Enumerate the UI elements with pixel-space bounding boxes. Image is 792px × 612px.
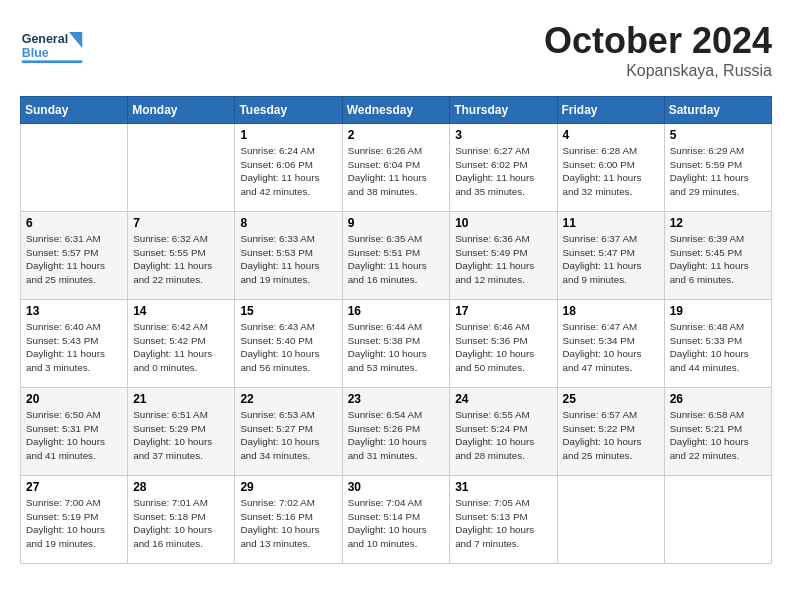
day-number: 9	[348, 216, 445, 230]
logo: General Blue	[20, 20, 100, 75]
day-info: Sunrise: 6:27 AM Sunset: 6:02 PM Dayligh…	[455, 144, 551, 199]
day-info: Sunrise: 6:39 AM Sunset: 5:45 PM Dayligh…	[670, 232, 766, 287]
day-info: Sunrise: 7:05 AM Sunset: 5:13 PM Dayligh…	[455, 496, 551, 551]
calendar-week-3: 13Sunrise: 6:40 AM Sunset: 5:43 PM Dayli…	[21, 300, 772, 388]
month-title: October 2024	[544, 20, 772, 62]
header-thursday: Thursday	[450, 97, 557, 124]
day-number: 3	[455, 128, 551, 142]
day-info: Sunrise: 6:40 AM Sunset: 5:43 PM Dayligh…	[26, 320, 122, 375]
day-info: Sunrise: 6:36 AM Sunset: 5:49 PM Dayligh…	[455, 232, 551, 287]
day-number: 4	[563, 128, 659, 142]
day-info: Sunrise: 6:44 AM Sunset: 5:38 PM Dayligh…	[348, 320, 445, 375]
day-info: Sunrise: 7:02 AM Sunset: 5:16 PM Dayligh…	[240, 496, 336, 551]
table-row: 22Sunrise: 6:53 AM Sunset: 5:27 PM Dayli…	[235, 388, 342, 476]
logo-svg: General Blue	[20, 20, 100, 75]
day-number: 31	[455, 480, 551, 494]
svg-rect-3	[22, 60, 82, 63]
table-row: 11Sunrise: 6:37 AM Sunset: 5:47 PM Dayli…	[557, 212, 664, 300]
day-number: 20	[26, 392, 122, 406]
day-info: Sunrise: 6:37 AM Sunset: 5:47 PM Dayligh…	[563, 232, 659, 287]
table-row: 18Sunrise: 6:47 AM Sunset: 5:34 PM Dayli…	[557, 300, 664, 388]
table-row: 19Sunrise: 6:48 AM Sunset: 5:33 PM Dayli…	[664, 300, 771, 388]
day-number: 18	[563, 304, 659, 318]
day-info: Sunrise: 6:32 AM Sunset: 5:55 PM Dayligh…	[133, 232, 229, 287]
day-number: 19	[670, 304, 766, 318]
table-row: 30Sunrise: 7:04 AM Sunset: 5:14 PM Dayli…	[342, 476, 450, 564]
table-row: 25Sunrise: 6:57 AM Sunset: 5:22 PM Dayli…	[557, 388, 664, 476]
day-info: Sunrise: 6:46 AM Sunset: 5:36 PM Dayligh…	[455, 320, 551, 375]
table-row: 6Sunrise: 6:31 AM Sunset: 5:57 PM Daylig…	[21, 212, 128, 300]
table-row: 15Sunrise: 6:43 AM Sunset: 5:40 PM Dayli…	[235, 300, 342, 388]
day-info: Sunrise: 7:04 AM Sunset: 5:14 PM Dayligh…	[348, 496, 445, 551]
table-row: 24Sunrise: 6:55 AM Sunset: 5:24 PM Dayli…	[450, 388, 557, 476]
table-row: 28Sunrise: 7:01 AM Sunset: 5:18 PM Dayli…	[128, 476, 235, 564]
day-info: Sunrise: 7:00 AM Sunset: 5:19 PM Dayligh…	[26, 496, 122, 551]
day-info: Sunrise: 6:55 AM Sunset: 5:24 PM Dayligh…	[455, 408, 551, 463]
day-number: 29	[240, 480, 336, 494]
table-row: 23Sunrise: 6:54 AM Sunset: 5:26 PM Dayli…	[342, 388, 450, 476]
day-number: 14	[133, 304, 229, 318]
day-info: Sunrise: 6:26 AM Sunset: 6:04 PM Dayligh…	[348, 144, 445, 199]
calendar-week-2: 6Sunrise: 6:31 AM Sunset: 5:57 PM Daylig…	[21, 212, 772, 300]
day-number: 5	[670, 128, 766, 142]
day-info: Sunrise: 6:28 AM Sunset: 6:00 PM Dayligh…	[563, 144, 659, 199]
table-row: 13Sunrise: 6:40 AM Sunset: 5:43 PM Dayli…	[21, 300, 128, 388]
calendar-week-5: 27Sunrise: 7:00 AM Sunset: 5:19 PM Dayli…	[21, 476, 772, 564]
day-number: 23	[348, 392, 445, 406]
day-number: 15	[240, 304, 336, 318]
day-info: Sunrise: 6:47 AM Sunset: 5:34 PM Dayligh…	[563, 320, 659, 375]
day-info: Sunrise: 6:58 AM Sunset: 5:21 PM Dayligh…	[670, 408, 766, 463]
day-info: Sunrise: 6:54 AM Sunset: 5:26 PM Dayligh…	[348, 408, 445, 463]
header-friday: Friday	[557, 97, 664, 124]
table-row: 31Sunrise: 7:05 AM Sunset: 5:13 PM Dayli…	[450, 476, 557, 564]
day-number: 6	[26, 216, 122, 230]
day-number: 28	[133, 480, 229, 494]
day-info: Sunrise: 6:50 AM Sunset: 5:31 PM Dayligh…	[26, 408, 122, 463]
day-number: 13	[26, 304, 122, 318]
day-number: 8	[240, 216, 336, 230]
day-number: 30	[348, 480, 445, 494]
day-number: 16	[348, 304, 445, 318]
day-number: 11	[563, 216, 659, 230]
day-info: Sunrise: 6:42 AM Sunset: 5:42 PM Dayligh…	[133, 320, 229, 375]
table-row: 29Sunrise: 7:02 AM Sunset: 5:16 PM Dayli…	[235, 476, 342, 564]
svg-text:Blue: Blue	[22, 46, 49, 60]
table-row	[664, 476, 771, 564]
table-row: 3Sunrise: 6:27 AM Sunset: 6:02 PM Daylig…	[450, 124, 557, 212]
table-row: 17Sunrise: 6:46 AM Sunset: 5:36 PM Dayli…	[450, 300, 557, 388]
table-row: 27Sunrise: 7:00 AM Sunset: 5:19 PM Dayli…	[21, 476, 128, 564]
calendar-table: Sunday Monday Tuesday Wednesday Thursday…	[20, 96, 772, 564]
table-row: 12Sunrise: 6:39 AM Sunset: 5:45 PM Dayli…	[664, 212, 771, 300]
table-row: 4Sunrise: 6:28 AM Sunset: 6:00 PM Daylig…	[557, 124, 664, 212]
table-row: 21Sunrise: 6:51 AM Sunset: 5:29 PM Dayli…	[128, 388, 235, 476]
table-row: 5Sunrise: 6:29 AM Sunset: 5:59 PM Daylig…	[664, 124, 771, 212]
header-monday: Monday	[128, 97, 235, 124]
table-row: 20Sunrise: 6:50 AM Sunset: 5:31 PM Dayli…	[21, 388, 128, 476]
day-number: 10	[455, 216, 551, 230]
day-number: 25	[563, 392, 659, 406]
table-row: 7Sunrise: 6:32 AM Sunset: 5:55 PM Daylig…	[128, 212, 235, 300]
header-tuesday: Tuesday	[235, 97, 342, 124]
header-wednesday: Wednesday	[342, 97, 450, 124]
table-row: 14Sunrise: 6:42 AM Sunset: 5:42 PM Dayli…	[128, 300, 235, 388]
day-info: Sunrise: 6:43 AM Sunset: 5:40 PM Dayligh…	[240, 320, 336, 375]
calendar-header-row: Sunday Monday Tuesday Wednesday Thursday…	[21, 97, 772, 124]
table-row	[21, 124, 128, 212]
day-info: Sunrise: 7:01 AM Sunset: 5:18 PM Dayligh…	[133, 496, 229, 551]
svg-text:General: General	[22, 32, 68, 46]
table-row: 8Sunrise: 6:33 AM Sunset: 5:53 PM Daylig…	[235, 212, 342, 300]
day-number: 24	[455, 392, 551, 406]
day-info: Sunrise: 6:53 AM Sunset: 5:27 PM Dayligh…	[240, 408, 336, 463]
table-row: 16Sunrise: 6:44 AM Sunset: 5:38 PM Dayli…	[342, 300, 450, 388]
header-saturday: Saturday	[664, 97, 771, 124]
day-number: 1	[240, 128, 336, 142]
day-info: Sunrise: 6:48 AM Sunset: 5:33 PM Dayligh…	[670, 320, 766, 375]
calendar-week-1: 1Sunrise: 6:24 AM Sunset: 6:06 PM Daylig…	[21, 124, 772, 212]
page-header: General Blue October 2024 Kopanskaya, Ru…	[20, 20, 772, 80]
header-sunday: Sunday	[21, 97, 128, 124]
day-info: Sunrise: 6:31 AM Sunset: 5:57 PM Dayligh…	[26, 232, 122, 287]
day-info: Sunrise: 6:35 AM Sunset: 5:51 PM Dayligh…	[348, 232, 445, 287]
table-row: 10Sunrise: 6:36 AM Sunset: 5:49 PM Dayli…	[450, 212, 557, 300]
table-row: 9Sunrise: 6:35 AM Sunset: 5:51 PM Daylig…	[342, 212, 450, 300]
table-row	[128, 124, 235, 212]
